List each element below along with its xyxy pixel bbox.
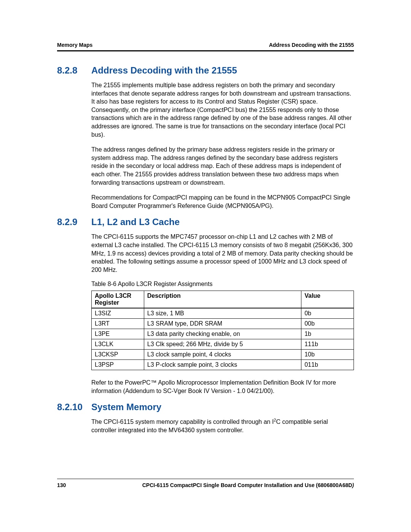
table-header-cell: Description <box>144 291 301 308</box>
section-body-8-2-9: The CPCI-6115 supports the MPC7457 proce… <box>91 233 354 395</box>
table-cell: 10b <box>301 350 354 360</box>
section-heading-8-2-9: 8.2.9 L1, L2 and L3 Cache <box>57 217 354 227</box>
table-cell: 00b <box>301 319 354 329</box>
paragraph: The address ranges defined by the primar… <box>91 145 354 187</box>
section-number: 8.2.10 <box>57 402 91 412</box>
section-body-8-2-10: The CPCI-6115 system memory capability i… <box>91 418 354 434</box>
section-title: L1, L2 and L3 Cache <box>91 217 180 227</box>
section-title: System Memory <box>91 402 161 412</box>
table-cell: L3PSP <box>92 360 144 370</box>
page: Memory Maps Address Decoding with the 21… <box>0 0 411 532</box>
table-cell: 0b <box>301 308 354 319</box>
table-cell: 1b <box>301 329 354 339</box>
page-number: 130 <box>57 482 66 488</box>
section-body-8-2-8: The 21555 implements multiple base addre… <box>91 81 354 210</box>
header-left: Memory Maps <box>57 42 92 48</box>
table-cell: 011b <box>301 360 354 370</box>
section-heading-8-2-8: 8.2.8 Address Decoding with the 21555 <box>57 65 354 76</box>
section-title: Address Decoding with the 21555 <box>91 65 237 76</box>
table-cell: L3 SRAM type, DDR SRAM <box>144 319 301 329</box>
table-cell: L3CLK <box>92 339 144 350</box>
section-number: 8.2.8 <box>57 65 91 76</box>
table-cell: L3PE <box>92 329 144 339</box>
paragraph: The CPCI-6115 supports the MPC7457 proce… <box>91 233 354 274</box>
running-header: Memory Maps Address Decoding with the 21… <box>57 42 354 48</box>
section-heading-8-2-10: 8.2.10 System Memory <box>57 402 354 412</box>
paragraph: Refer to the PowerPC™ Apollo Microproces… <box>91 379 354 395</box>
table-cell: L3RT <box>92 319 144 329</box>
table-cell: L3 clock sample point, 4 clocks <box>144 350 301 360</box>
table-cell: 111b <box>301 339 354 350</box>
table-row: L3RT L3 SRAM type, DDR SRAM 00b <box>92 319 354 329</box>
table-row: L3PE L3 data parity checking enable, on … <box>92 329 354 339</box>
page-footer: 130 CPCI-6115 CompactPCI Single Board Co… <box>57 479 354 488</box>
table-cell: L3 size, 1 MB <box>144 308 301 319</box>
table-header-row: Apollo L3CR Register Description Value <box>92 291 354 308</box>
header-right: Address Decoding with the 21555 <box>269 42 354 48</box>
table-row: L3CLK L3 Clk speed; 266 MHz, divide by 5… <box>92 339 354 350</box>
table-cell: L3 Clk speed; 266 MHz, divide by 5 <box>144 339 301 350</box>
register-table: Apollo L3CR Register Description Value L… <box>91 291 354 370</box>
table-header-cell: Apollo L3CR Register <box>92 291 144 308</box>
table-cell: L3SIZ <box>92 308 144 319</box>
table-cell: L3CKSP <box>92 350 144 360</box>
table-cell: L3 data parity checking enable, on <box>144 329 301 339</box>
table-row: L3PSP L3 P-clock sample point, 3 clocks … <box>92 360 354 370</box>
header-rule <box>57 50 354 51</box>
paragraph: The CPCI-6115 system memory capability i… <box>91 418 354 434</box>
section-number: 8.2.9 <box>57 217 91 227</box>
paragraph: Recommendations for CompactPCI mapping c… <box>91 193 354 210</box>
paragraph: The 21555 implements multiple base addre… <box>91 81 354 139</box>
footer-rule <box>57 479 354 479</box>
table-row: L3SIZ L3 size, 1 MB 0b <box>92 308 354 319</box>
table-header-cell: Value <box>301 291 354 308</box>
table-caption: Table 8-6 Apollo L3CR Register Assignmen… <box>91 281 354 288</box>
footer-doc-title: CPCI-6115 CompactPCI Single Board Comput… <box>142 482 354 488</box>
table-cell: L3 P-clock sample point, 3 clocks <box>144 360 301 370</box>
table-row: L3CKSP L3 clock sample point, 4 clocks 1… <box>92 350 354 360</box>
